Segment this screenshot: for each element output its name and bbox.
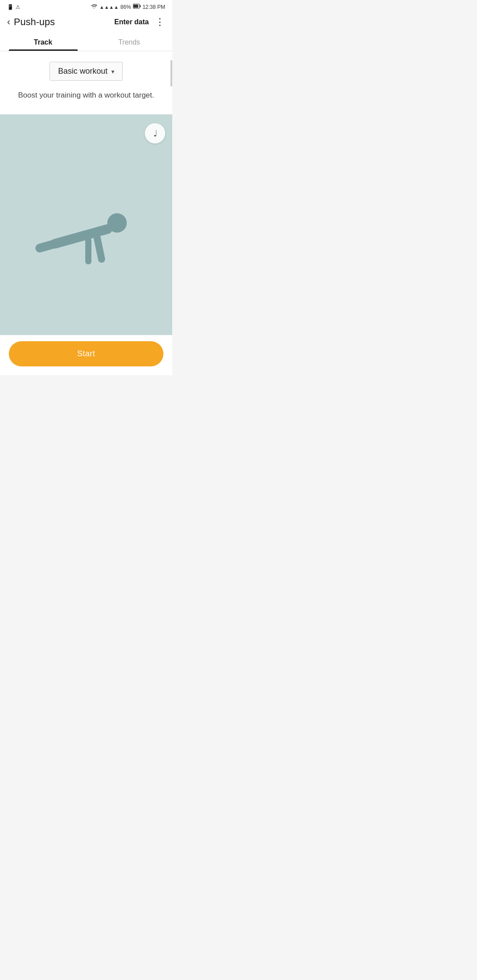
- scroll-indicator: [170, 60, 172, 87]
- pushup-figure: [20, 202, 152, 274]
- dropdown-arrow-icon: ▾: [111, 68, 114, 75]
- svg-line-8: [40, 244, 55, 248]
- wifi-icon: [91, 4, 98, 10]
- start-button[interactable]: Start: [9, 341, 163, 366]
- battery-icon: [133, 4, 141, 10]
- exercise-area: ♩: [0, 114, 172, 335]
- svg-point-0: [96, 4, 97, 5]
- tabs-bar: Track Trends: [0, 32, 172, 51]
- boost-text: Boost your training with a workout targe…: [9, 90, 163, 101]
- workout-dropdown[interactable]: Basic workout ▾: [49, 62, 122, 81]
- sim-icon: 📱: [7, 4, 14, 10]
- status-right-info: ▲▲▲▲ 86% 12:38 PM: [91, 4, 165, 10]
- music-icon: ♩: [153, 128, 157, 139]
- svg-rect-3: [140, 5, 140, 8]
- workout-label: Basic workout: [58, 67, 107, 76]
- tab-track[interactable]: Track: [0, 32, 86, 51]
- tab-trends[interactable]: Trends: [86, 32, 172, 51]
- content-top: Basic workout ▾ Boost your training with…: [0, 51, 172, 114]
- signal-icon: ▲▲▲▲: [99, 4, 119, 10]
- alert-icon: ⚠: [15, 4, 20, 10]
- header: ‹ Push-ups Enter data ⋮: [0, 12, 172, 32]
- svg-line-6: [97, 238, 102, 259]
- battery-percentage: 86%: [121, 4, 131, 10]
- status-left-icons: 📱 ⚠: [7, 4, 20, 10]
- enter-data-button[interactable]: Enter data: [114, 18, 149, 26]
- music-button[interactable]: ♩: [145, 123, 165, 143]
- status-bar: 📱 ⚠ ▲▲▲▲ 86% 12:38 PM: [0, 0, 172, 12]
- svg-rect-2: [133, 5, 138, 8]
- pushup-illustration: [20, 202, 152, 272]
- page-title: Push-ups: [14, 16, 114, 28]
- back-button[interactable]: ‹: [7, 16, 10, 28]
- more-options-button[interactable]: ⋮: [155, 16, 165, 28]
- bottom-bar: Start: [0, 335, 172, 375]
- time: 12:38 PM: [143, 4, 165, 10]
